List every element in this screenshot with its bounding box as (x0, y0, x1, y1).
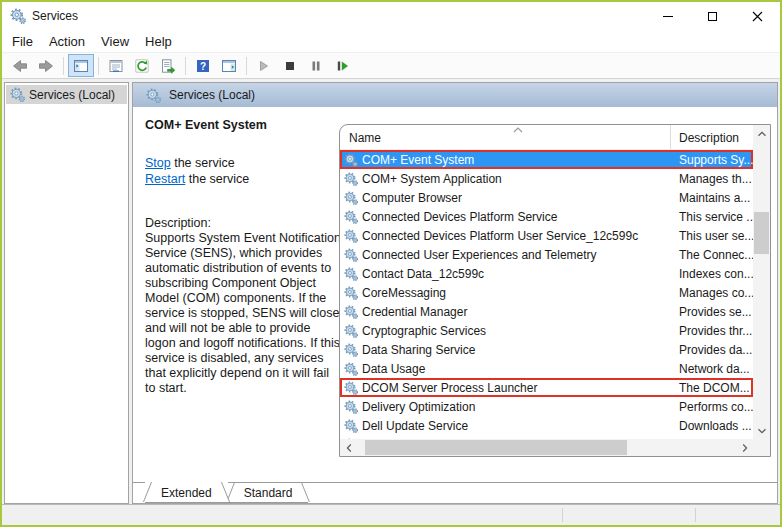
close-icon (752, 11, 763, 22)
scrollbar-corner (753, 439, 770, 456)
service-row[interactable]: Contact Data_12c599c Indexes con... (340, 264, 753, 283)
service-row[interactable]: Data Usage Network da... (340, 359, 753, 378)
view-tabs: Extended Standard (133, 482, 777, 503)
refresh-icon (134, 58, 150, 74)
scroll-right-button[interactable] (736, 439, 753, 456)
service-row[interactable]: Cryptographic Services Provides thr... (340, 321, 753, 340)
vertical-scroll-thumb[interactable] (754, 212, 769, 254)
stop-service-link[interactable]: Stop (145, 156, 171, 170)
service-gear-icon (344, 400, 358, 414)
service-name: Connected Devices Platform User Service_… (362, 229, 671, 243)
service-row[interactable]: DCOM Server Process Launcher The DCOM... (340, 378, 753, 397)
action-pane-icon (221, 58, 237, 74)
service-gear-icon (344, 362, 358, 376)
service-name: Data Sharing Service (362, 343, 671, 357)
service-row[interactable]: Computer Browser Maintains a... (340, 188, 753, 207)
service-row[interactable]: COM+ Event System Supports Sy... (340, 150, 753, 169)
restart-suffix-text: the service (185, 172, 249, 186)
properties-button[interactable] (103, 54, 129, 77)
stop-service-button[interactable] (277, 54, 303, 77)
maximize-button[interactable] (690, 2, 735, 30)
restart-service-link[interactable]: Restart (145, 172, 185, 186)
service-gear-icon (344, 343, 358, 357)
maximize-icon (708, 12, 717, 21)
back-button[interactable] (7, 54, 33, 77)
service-row[interactable]: Credential Manager Provides se... (340, 302, 753, 321)
column-header-name[interactable]: Name (340, 125, 671, 149)
service-row[interactable]: Connected Devices Platform User Service_… (340, 226, 753, 245)
tab-extended[interactable]: Extended (145, 482, 228, 503)
toolbar-separator (63, 57, 64, 75)
service-row[interactable]: Connected Devices Platform Service This … (340, 207, 753, 226)
chevron-left-icon (346, 443, 352, 453)
close-button[interactable] (735, 2, 780, 30)
column-header-description[interactable]: Description (671, 125, 753, 149)
forward-icon (38, 58, 54, 74)
menu-help[interactable]: Help (137, 32, 180, 51)
start-icon (256, 58, 272, 74)
horizontal-scroll-track[interactable] (357, 439, 736, 456)
menu-file[interactable]: File (4, 32, 41, 51)
restart-service-button[interactable] (329, 54, 355, 77)
tab-standard[interactable]: Standard (228, 483, 309, 503)
service-gear-icon (344, 210, 358, 224)
service-gear-icon (344, 172, 358, 186)
minimize-icon (663, 16, 673, 17)
restart-icon (334, 58, 350, 74)
service-gear-icon (344, 324, 358, 338)
console-tree-icon (73, 58, 89, 74)
service-name: COM+ System Application (362, 172, 671, 186)
service-name: Connected User Experiences and Telemetry (362, 248, 671, 262)
service-name: DCOM Server Process Launcher (362, 381, 671, 395)
window-controls (645, 2, 780, 30)
service-name: Contact Data_12c599c (362, 267, 671, 281)
service-description-block: Description: Supports System Event Notif… (145, 216, 343, 396)
service-row[interactable]: COM+ System Application Manages th... (340, 169, 753, 188)
menu-action[interactable]: Action (41, 32, 93, 51)
refresh-button[interactable] (129, 54, 155, 77)
service-name: Dell Update Service (362, 419, 671, 433)
service-description: Provides thr... (671, 324, 753, 338)
status-bar-divider (562, 508, 563, 522)
service-description: Network da... (671, 362, 753, 376)
minimize-button[interactable] (645, 2, 690, 30)
status-bar (2, 504, 780, 525)
service-row[interactable]: Data Sharing Service Provides da... (340, 340, 753, 359)
selected-service-title: COM+ Event System (145, 118, 339, 132)
forward-button[interactable] (33, 54, 59, 77)
service-row[interactable]: CoreMessaging Manages co... (340, 283, 753, 302)
service-row[interactable]: Delivery Optimization Performs co... (340, 397, 753, 416)
menu-view[interactable]: View (93, 32, 137, 51)
extended-view-body: COM+ Event System Stop the service Resta… (133, 107, 777, 482)
show-action-pane-button[interactable] (216, 54, 242, 77)
menu-bar: File Action View Help (2, 30, 780, 52)
scroll-down-button[interactable] (753, 422, 770, 439)
service-name: Connected Devices Platform Service (362, 210, 671, 224)
services-gear-icon (10, 8, 26, 24)
export-list-button[interactable] (155, 54, 181, 77)
show-console-tree-button[interactable] (68, 54, 94, 77)
stop-suffix-text: the service (171, 156, 235, 170)
service-description: This service ... (671, 210, 753, 224)
toolbar-separator (246, 57, 247, 75)
vertical-scroll-track[interactable] (753, 142, 770, 422)
start-service-button[interactable] (251, 54, 277, 77)
horizontal-scrollbar[interactable] (340, 439, 753, 456)
tree-item-services-local[interactable]: Services (Local) (6, 85, 127, 104)
service-row[interactable]: Connected User Experiences and Telemetry… (340, 245, 753, 264)
scroll-up-button[interactable] (753, 125, 770, 142)
horizontal-scroll-thumb[interactable] (365, 440, 627, 455)
chevron-up-icon (757, 131, 767, 137)
properties-icon (108, 58, 124, 74)
window-title: Services (32, 9, 78, 23)
services-gear-icon (10, 87, 25, 102)
content-area: Services (Local) Services (Local) COM+ E… (2, 79, 780, 504)
export-list-icon (160, 58, 176, 74)
vertical-scrollbar[interactable] (753, 125, 770, 439)
stop-service-line: Stop the service (145, 155, 339, 171)
pause-service-button[interactable] (303, 54, 329, 77)
help-button[interactable]: ? (190, 54, 216, 77)
scroll-left-button[interactable] (340, 439, 357, 456)
toolbar-separator (98, 57, 99, 75)
service-row[interactable]: Dell Update Service Downloads ... (340, 416, 753, 435)
